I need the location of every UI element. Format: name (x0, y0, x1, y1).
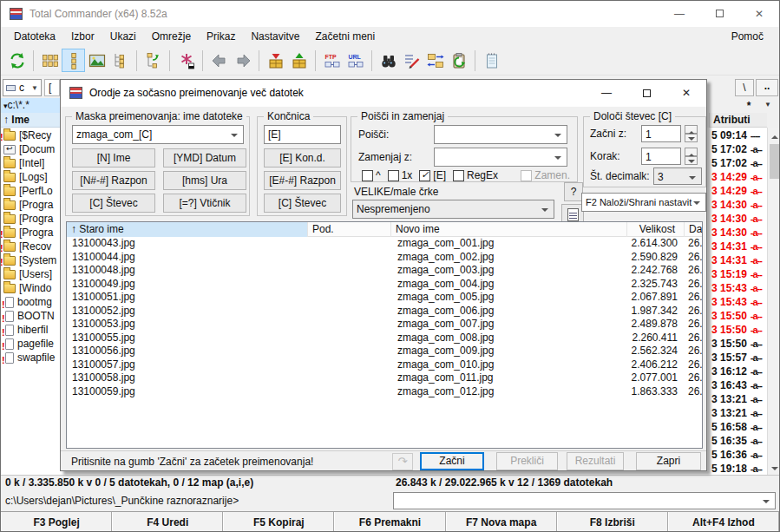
search-combo[interactable] (434, 125, 567, 144)
thumbnails-view-icon[interactable] (85, 49, 108, 72)
dialog-minimize-icon[interactable]: — (587, 80, 626, 107)
close-icon[interactable]: ✕ (739, 1, 779, 27)
file-row[interactable]: 3 15:43 -a-- (711, 281, 766, 295)
file-row[interactable]: 3 13:21 -a-- (711, 392, 766, 406)
checkbox-box-icon[interactable] (362, 170, 373, 181)
file-row[interactable]: ! [$Recy (1, 128, 62, 142)
extension-input[interactable]: [E] (264, 125, 341, 144)
search-files-icon[interactable] (377, 49, 400, 72)
file-row[interactable]: ! swapfile (1, 351, 62, 365)
rename-list-row[interactable]: 13100051.jpg zmaga_com_005.jpg 2.067.891… (67, 291, 702, 305)
favorites-button[interactable]: * (742, 98, 756, 112)
extension-token-button[interactable]: [E#-#] Razpon (264, 171, 341, 190)
start-at-spinner[interactable] (685, 125, 698, 142)
mask-token-button[interactable]: [=?] Vtičnik (163, 194, 246, 213)
start-button[interactable]: Začni (420, 452, 484, 470)
undo-icon[interactable]: ↷ (392, 453, 413, 470)
file-row[interactable]: ! bootmg (1, 295, 62, 309)
mask-token-button[interactable]: [N#-#] Razpon (72, 171, 155, 190)
file-row[interactable]: ! [Progra (1, 226, 62, 240)
rename-list-row[interactable]: 13100055.jpg zmaga_com_008.jpg 2.260.411… (67, 332, 702, 345)
file-row[interactable]: 3 14:30 -a-- (711, 212, 766, 226)
file-row[interactable]: 3 16:12 -a-- (711, 365, 766, 378)
file-row[interactable]: ! [System (1, 253, 62, 267)
file-row[interactable]: 5 16:35 -a-- (711, 434, 766, 448)
mask-combo[interactable]: zmaga_com_[C] (72, 125, 244, 144)
file-row[interactable]: ! hiberfil (1, 323, 62, 337)
history-dropdown-icon[interactable]: ▼ (759, 98, 777, 112)
extension-token-button[interactable]: [E] Kon.d. (264, 148, 341, 167)
maximize-icon[interactable] (699, 1, 739, 27)
file-row[interactable]: ! [Progra (1, 198, 62, 212)
file-row[interactable]: 5 19:18 -a-- (711, 462, 766, 475)
file-row[interactable]: ! [Progra (1, 212, 62, 226)
root-dir-button[interactable]: \ (735, 79, 754, 96)
old-name-header[interactable]: ↑ Staro ime (67, 222, 308, 237)
menu-item[interactable]: Prikaz (199, 27, 243, 46)
date-header[interactable]: Datu (685, 222, 703, 237)
function-key-button[interactable]: F5 Kopiraj (223, 512, 334, 532)
mask-token-button[interactable]: [YMD] Datum (163, 148, 246, 167)
presets-combo[interactable]: F2 Naloži/Shrani nastavit (581, 193, 706, 212)
step-input[interactable]: 1 (641, 148, 681, 165)
checkbox[interactable]: ^ (362, 169, 381, 181)
mask-token-button[interactable]: [C] Števec (72, 194, 155, 213)
forward-icon[interactable] (231, 49, 254, 72)
rename-list-row[interactable]: 13100048.jpg zmaga_com_003.jpg 2.242.768… (67, 264, 702, 278)
unpack-files-icon[interactable] (287, 49, 311, 72)
mask-token-button[interactable]: [hms] Ura (163, 171, 246, 190)
results-button[interactable]: Rezultati (567, 452, 624, 470)
function-key-button[interactable]: F8 Izbriši (557, 512, 668, 532)
case-combo[interactable]: Nespremenjeno (352, 200, 554, 219)
file-row[interactable]: ! [PerfLo (1, 184, 62, 198)
minimize-icon[interactable]: — (659, 1, 699, 27)
menu-item[interactable]: Nastavitve (243, 27, 307, 46)
file-row[interactable]: ! [Logs] (1, 170, 62, 184)
file-row[interactable]: 3 16:43 -a-- (711, 378, 766, 392)
drive-selector[interactable]: c ▼ (3, 79, 42, 96)
function-key-button[interactable]: F3 Poglej (1, 512, 112, 532)
replace-combo[interactable] (434, 148, 567, 167)
mask-token-button[interactable]: [N] Ime (72, 148, 155, 167)
new-name-header[interactable]: Novo ime (391, 222, 627, 237)
file-row[interactable]: ! [Users] (1, 267, 62, 281)
right-attr-column-header[interactable]: Atributi (709, 113, 767, 128)
file-row[interactable]: 3 14:30 -a-- (711, 226, 766, 240)
checkbox-box-icon[interactable] (388, 170, 399, 181)
full-view-icon[interactable] (62, 49, 85, 72)
rename-list-row[interactable]: 13100056.jpg zmaga_com_009.jpg 2.562.324… (67, 345, 702, 358)
file-row[interactable]: 3 14:29 -a-- (711, 184, 766, 198)
command-input[interactable] (393, 492, 776, 509)
function-key-button[interactable]: Alt+F4 Izhod (668, 512, 779, 532)
rename-list-row[interactable]: 13100043.jpg zmaga_com_001.jpg 2.614.300… (67, 237, 702, 251)
rename-list-row[interactable]: 13100053.jpg zmaga_com_007.jpg 2.489.878… (67, 318, 702, 332)
tree-view-icon[interactable] (108, 49, 132, 72)
file-row[interactable]: 3 15:43 -a-- (711, 295, 766, 309)
pack-files-icon[interactable] (264, 49, 287, 72)
size-header[interactable]: Velikost (627, 222, 685, 237)
copy-to-clipboard-icon[interactable] (447, 49, 470, 72)
menu-item[interactable]: Izbor (63, 27, 102, 46)
sync-dirs-icon[interactable] (423, 49, 447, 72)
start-at-input[interactable]: 1 (641, 125, 681, 142)
dialog-close-icon[interactable]: ✕ (666, 80, 706, 107)
file-row[interactable]: 5 16:58 -a-- (711, 420, 766, 434)
left-path-tab[interactable]: ▾c:\*.* (1, 98, 62, 113)
close-button[interactable]: Zapri (636, 452, 701, 470)
file-row[interactable]: 3 15:50 -a-- (711, 309, 766, 323)
multi-rename-tool-icon[interactable] (400, 49, 423, 72)
rename-list-row[interactable]: 13100044.jpg zmaga_com_002.jpg 2.590.829… (67, 251, 702, 265)
brief-view-icon[interactable] (38, 49, 62, 72)
menu-item[interactable]: Ukazi (102, 27, 144, 46)
file-row[interactable]: ! [Recov (1, 240, 62, 253)
url-download-icon[interactable]: URL (344, 49, 367, 72)
scroll-up-icon[interactable] (768, 128, 780, 141)
file-row[interactable]: 3 14:30 -a-- (711, 198, 766, 212)
checkbox[interactable]: 1x (388, 169, 413, 181)
menu-item[interactable]: Omrežje (144, 27, 199, 46)
menu-item-help[interactable]: Pomoč (726, 27, 769, 46)
digits-combo[interactable]: 3 (653, 167, 702, 185)
checkbox[interactable]: Zamen. (521, 169, 570, 181)
file-row[interactable]: 5 17:02 -a-- (711, 156, 766, 170)
file-row[interactable]: ! [Docum (1, 142, 62, 156)
